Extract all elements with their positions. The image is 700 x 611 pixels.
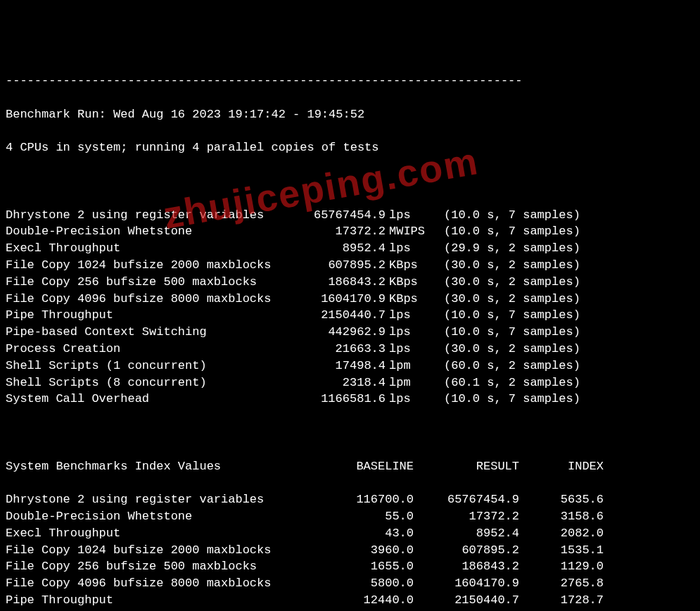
index-result: 607895.2 xyxy=(414,542,519,559)
test-unit: KBps xyxy=(386,257,431,274)
test-meta: (10.0 s, 7 samples) xyxy=(431,207,580,224)
index-result: 17372.2 xyxy=(414,508,519,525)
index-baseline: 5800.0 xyxy=(294,575,414,592)
tests-block: Dhrystone 2 using register variables6576… xyxy=(6,207,694,408)
index-name: File Copy 256 bufsize 500 maxblocks xyxy=(6,558,294,575)
dashed-line: ----------------------------------------… xyxy=(6,73,694,89)
index-result: 65767454.9 xyxy=(414,491,519,508)
test-meta: (10.0 s, 7 samples) xyxy=(431,307,580,324)
test-unit: KBps xyxy=(386,291,431,308)
test-unit: lps xyxy=(386,240,431,257)
test-row: Process Creation21663.3lps(30.0 s, 2 sam… xyxy=(6,341,694,358)
index-index: 1728.7 xyxy=(519,592,604,609)
index-header-row: System Benchmarks Index Values BASELINE … xyxy=(6,458,694,475)
index-result: 1604170.9 xyxy=(414,575,519,592)
test-value: 65767454.9 xyxy=(294,207,386,224)
test-name: Double-Precision Whetstone xyxy=(6,223,294,240)
index-baseline: 12440.0 xyxy=(294,592,414,609)
test-value: 17372.2 xyxy=(294,223,386,240)
test-row: System Call Overhead1166581.6lps(10.0 s,… xyxy=(6,391,694,408)
test-unit: lps xyxy=(386,391,431,408)
test-unit: lps xyxy=(386,307,431,324)
test-row: Execl Throughput8952.4lps(29.9 s, 2 samp… xyxy=(6,240,694,257)
index-row: File Copy 256 bufsize 500 maxblocks1655.… xyxy=(6,558,694,575)
test-name: File Copy 4096 bufsize 8000 maxblocks xyxy=(6,291,294,308)
test-value: 1604170.9 xyxy=(294,291,386,308)
test-meta: (10.0 s, 7 samples) xyxy=(431,391,580,408)
index-result: 2150440.7 xyxy=(414,592,519,609)
index-header-title: System Benchmarks Index Values xyxy=(6,458,294,475)
test-unit: lps xyxy=(386,324,431,341)
test-name: Process Creation xyxy=(6,341,294,358)
test-name: Dhrystone 2 using register variables xyxy=(6,207,294,224)
index-header-result: RESULT xyxy=(414,458,519,475)
test-row: Shell Scripts (1 concurrent)17498.4lpm(6… xyxy=(6,358,694,374)
test-meta: (30.0 s, 2 samples) xyxy=(431,291,580,308)
index-index: 3158.6 xyxy=(519,508,604,525)
test-meta: (60.1 s, 2 samples) xyxy=(431,374,580,391)
index-baseline: 1655.0 xyxy=(294,558,414,575)
test-row: File Copy 1024 bufsize 2000 maxblocks607… xyxy=(6,257,694,274)
index-result: 8952.4 xyxy=(414,525,519,542)
index-baseline: 43.0 xyxy=(294,525,414,542)
index-header-index: INDEX xyxy=(519,458,604,475)
test-value: 8952.4 xyxy=(294,240,386,257)
test-meta: (10.0 s, 7 samples) xyxy=(431,223,580,240)
test-row: Shell Scripts (8 concurrent)2318.4lpm(60… xyxy=(6,374,694,391)
index-index: 1535.1 xyxy=(519,542,604,559)
index-result: 186843.2 xyxy=(414,558,519,575)
index-index: 2765.8 xyxy=(519,575,604,592)
index-name: Execl Throughput xyxy=(6,525,294,542)
index-row: Execl Throughput43.08952.42082.0 xyxy=(6,525,694,542)
test-row: Pipe Throughput2150440.7lps(10.0 s, 7 sa… xyxy=(6,307,694,324)
test-row: File Copy 4096 bufsize 8000 maxblocks160… xyxy=(6,291,694,308)
index-baseline: 55.0 xyxy=(294,508,414,525)
test-unit: lps xyxy=(386,207,431,224)
test-unit: KBps xyxy=(386,274,431,291)
test-unit: lps xyxy=(386,341,431,358)
blank-line xyxy=(6,173,694,190)
cpu-line: 4 CPUs in system; running 4 parallel cop… xyxy=(6,139,694,156)
index-block: Dhrystone 2 using register variables1167… xyxy=(6,491,694,611)
test-name: Shell Scripts (1 concurrent) xyxy=(6,358,294,374)
index-name: File Copy 4096 bufsize 8000 maxblocks xyxy=(6,575,294,592)
test-value: 442962.9 xyxy=(294,324,386,341)
test-name: Shell Scripts (8 concurrent) xyxy=(6,374,294,391)
test-name: Execl Throughput xyxy=(6,240,294,257)
test-value: 17498.4 xyxy=(294,358,386,374)
index-row: Pipe Throughput12440.02150440.71728.7 xyxy=(6,592,694,609)
index-baseline: 3960.0 xyxy=(294,542,414,559)
index-name: Pipe Throughput xyxy=(6,592,294,609)
test-meta: (29.9 s, 2 samples) xyxy=(431,240,580,257)
index-baseline: 116700.0 xyxy=(294,491,414,508)
index-name: File Copy 1024 bufsize 2000 maxblocks xyxy=(6,542,294,559)
test-meta: (30.0 s, 2 samples) xyxy=(431,274,580,291)
test-name: System Call Overhead xyxy=(6,391,294,408)
index-row: File Copy 4096 bufsize 8000 maxblocks580… xyxy=(6,575,694,592)
test-value: 1166581.6 xyxy=(294,391,386,408)
index-index: 1129.0 xyxy=(519,558,604,575)
test-value: 2318.4 xyxy=(294,374,386,391)
index-name: Double-Precision Whetstone xyxy=(6,508,294,525)
test-meta: (10.0 s, 7 samples) xyxy=(431,324,580,341)
test-value: 2150440.7 xyxy=(294,307,386,324)
blank-line xyxy=(6,424,694,441)
test-meta: (30.0 s, 2 samples) xyxy=(431,257,580,274)
test-row: Pipe-based Context Switching442962.9lps(… xyxy=(6,324,694,341)
index-row: Dhrystone 2 using register variables1167… xyxy=(6,491,694,508)
test-name: Pipe-based Context Switching xyxy=(6,324,294,341)
test-row: File Copy 256 bufsize 500 maxblocks18684… xyxy=(6,274,694,291)
test-value: 607895.2 xyxy=(294,257,386,274)
run-line: Benchmark Run: Wed Aug 16 2023 19:17:42 … xyxy=(6,106,694,123)
index-index: 2082.0 xyxy=(519,525,604,542)
test-name: File Copy 256 bufsize 500 maxblocks xyxy=(6,274,294,291)
test-meta: (30.0 s, 2 samples) xyxy=(431,341,580,358)
test-unit: lpm xyxy=(386,358,431,374)
test-unit: MWIPS xyxy=(386,223,431,240)
test-row: Dhrystone 2 using register variables6576… xyxy=(6,207,694,224)
test-name: File Copy 1024 bufsize 2000 maxblocks xyxy=(6,257,294,274)
index-header-baseline: BASELINE xyxy=(294,458,414,475)
index-row: Double-Precision Whetstone55.017372.2315… xyxy=(6,508,694,525)
index-index: 5635.6 xyxy=(519,491,604,508)
test-value: 21663.3 xyxy=(294,341,386,358)
